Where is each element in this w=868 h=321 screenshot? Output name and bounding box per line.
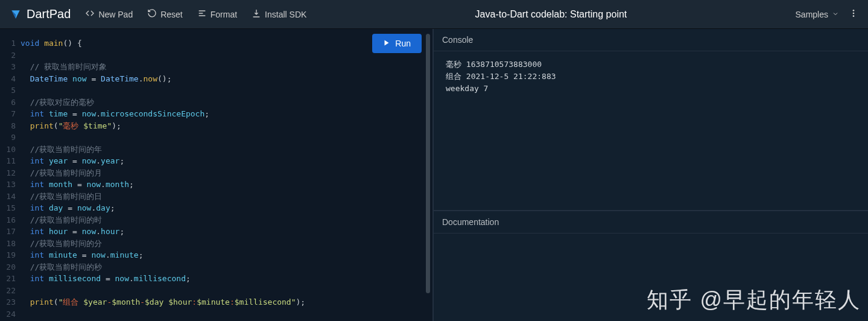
reset-icon [147, 8, 157, 20]
toolbar: New Pad Reset Format Install SDK [85, 8, 306, 20]
line-number: 18 [0, 238, 21, 250]
editor-pane[interactable]: 123456789101112131415161718192021222324 … [0, 29, 432, 321]
line-number: 12 [0, 167, 21, 179]
code-line[interactable]: int minute = now.minute; [21, 249, 432, 261]
code-icon [85, 8, 95, 20]
new-pad-label: New Pad [98, 10, 133, 19]
code-line[interactable] [21, 308, 432, 320]
code-line[interactable] [21, 49, 432, 62]
line-gutter: 123456789101112131415161718192021222324 [0, 29, 21, 321]
line-number: 17 [0, 226, 21, 238]
right-pane: Console 毫秒 1638710573883000 组合 2021-12-5… [432, 29, 868, 321]
logo[interactable]: DartPad [10, 7, 71, 21]
code-line[interactable]: //获取当前时间的秒 [21, 261, 432, 273]
code-line[interactable]: print("毫秒 $time"); [21, 120, 432, 132]
line-number: 21 [0, 273, 21, 285]
samples-label: Samples [796, 10, 828, 19]
samples-dropdown[interactable]: Samples [796, 10, 839, 19]
line-number: 13 [0, 179, 21, 191]
line-number: 9 [0, 132, 21, 144]
line-number: 1 [0, 37, 21, 49]
format-button[interactable]: Format [197, 8, 237, 20]
console-output: 毫秒 1638710573883000 组合 2021-12-5 21:22:8… [434, 51, 868, 102]
watermark: 知乎 @早起的年轻人 [647, 285, 861, 315]
code-line[interactable]: int day = now.day; [21, 202, 432, 214]
line-number: 8 [0, 120, 21, 132]
install-sdk-button[interactable]: Install SDK [252, 8, 306, 20]
code-line[interactable]: //获取当前时间的月 [21, 167, 432, 179]
reset-button[interactable]: Reset [147, 8, 183, 20]
new-pad-button[interactable]: New Pad [85, 8, 133, 20]
code-line[interactable]: int month = now.month; [21, 179, 432, 191]
code-line[interactable]: //获取当前时间的时 [21, 214, 432, 226]
svg-point-0 [853, 10, 855, 11]
more-vert-icon[interactable] [849, 8, 858, 21]
code-line[interactable]: int time = now.microsecondsSinceEpoch; [21, 108, 432, 120]
line-number: 2 [0, 49, 21, 62]
format-label: Format [211, 10, 237, 19]
play-icon [383, 39, 390, 48]
code-line[interactable]: //获取当前时间的年 [21, 144, 432, 156]
main: 123456789101112131415161718192021222324 … [0, 29, 868, 321]
line-number: 3 [0, 61, 21, 73]
code-line[interactable] [21, 285, 432, 297]
line-number: 11 [0, 155, 21, 167]
dart-logo-icon [10, 8, 22, 21]
page-title: Java-to-Dart codelab: Starting point [306, 9, 795, 20]
run-button[interactable]: Run [372, 34, 422, 53]
line-number: 10 [0, 144, 21, 156]
code-line[interactable]: void main() { [21, 37, 432, 49]
topbar: DartPad New Pad Reset Format Install SDK… [0, 0, 868, 29]
code-line[interactable]: //获取对应的毫秒 [21, 97, 432, 109]
line-number: 20 [0, 261, 21, 273]
run-label: Run [395, 39, 411, 48]
line-number: 7 [0, 108, 21, 120]
reset-label: Reset [160, 10, 183, 19]
line-number: 5 [0, 84, 21, 97]
right-menu: Samples [796, 8, 858, 21]
format-icon [197, 8, 207, 20]
code-line[interactable]: print("组合 $year-$month-$day $hour:$minut… [21, 296, 432, 308]
line-number: 6 [0, 97, 21, 109]
code-line[interactable]: int hour = now.hour; [21, 226, 432, 238]
chevron-down-icon [832, 10, 839, 19]
line-number: 19 [0, 249, 21, 261]
download-icon [252, 8, 261, 20]
code-line[interactable] [21, 84, 432, 97]
line-number: 14 [0, 191, 21, 203]
code-line[interactable]: DateTime now = DateTime.now(); [21, 73, 432, 85]
code-line[interactable]: int year = now.year; [21, 155, 432, 167]
line-number: 4 [0, 73, 21, 85]
line-number: 22 [0, 285, 21, 297]
documentation-header: Documentation [434, 211, 868, 234]
console-header: Console [434, 29, 868, 51]
line-number: 16 [0, 214, 21, 226]
code-line[interactable] [21, 132, 432, 144]
console-panel: Console 毫秒 1638710573883000 组合 2021-12-5… [434, 29, 868, 210]
install-sdk-label: Install SDK [265, 10, 306, 19]
svg-point-2 [853, 15, 855, 17]
brand-text: DartPad [27, 7, 71, 21]
line-number: 23 [0, 296, 21, 308]
line-number: 24 [0, 308, 21, 320]
line-number: 15 [0, 202, 21, 214]
code-line[interactable]: //获取当前时间的日 [21, 191, 432, 203]
code-line[interactable]: //获取当前时间的分 [21, 238, 432, 250]
svg-point-1 [853, 12, 855, 14]
editor-scrollbar[interactable] [426, 34, 430, 293]
code-line[interactable]: int millisecond = now.millisecond; [21, 273, 432, 285]
code-line[interactable]: // 获取当前时间对象 [21, 61, 432, 73]
code-area[interactable]: void main() { // 获取当前时间对象 DateTime now =… [21, 29, 432, 321]
